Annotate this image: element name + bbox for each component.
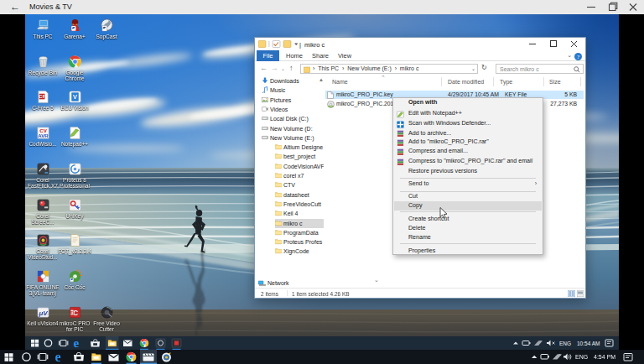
svg-text:AVR: AVR — [38, 133, 49, 138]
svg-text:ENG: ENG — [575, 354, 588, 360]
svg-text:4:54 PM: 4:54 PM — [594, 354, 615, 360]
svg-text:V: V — [72, 94, 76, 101]
svg-text:CF: CF — [39, 94, 45, 99]
svg-text:e: e — [55, 350, 61, 364]
svg-text:ENG: ENG — [559, 341, 571, 346]
svg-text:?: ? — [577, 53, 579, 60]
svg-text:e: e — [74, 336, 80, 350]
svg-text:10:54 AM: 10:54 AM — [577, 341, 600, 346]
